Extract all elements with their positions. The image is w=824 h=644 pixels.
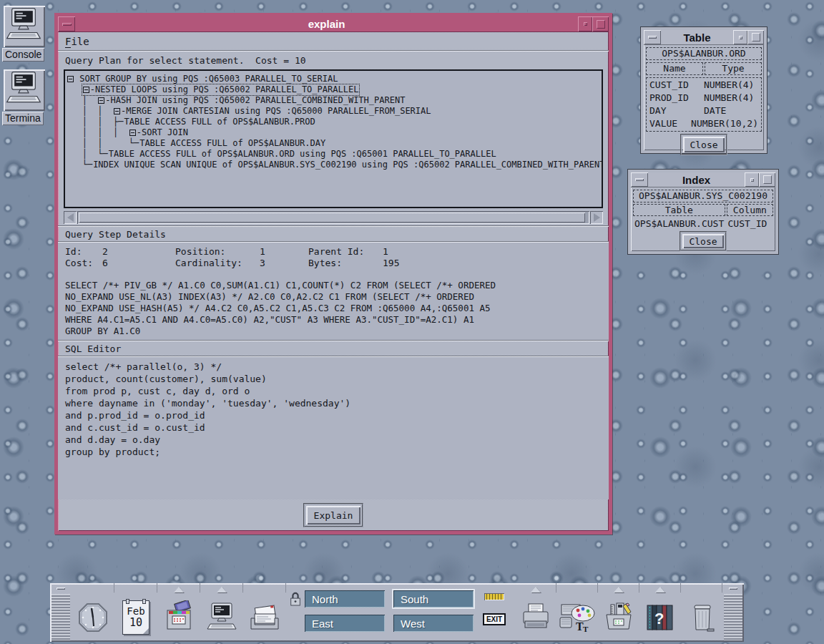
workspace-button-east[interactable]: East <box>305 615 385 632</box>
cost-value: 6 <box>102 258 175 269</box>
panel-handle-button[interactable] <box>723 584 743 592</box>
expand-box-icon[interactable] <box>114 108 120 114</box>
window-menu-button[interactable] <box>58 16 75 31</box>
exit-button[interactable]: EXIT <box>483 613 506 625</box>
step-sql-text: SELECT /*+ PIV_GB */ A1.C0 C0,SUM(A1.C1)… <box>65 280 609 337</box>
expand-box-icon[interactable] <box>129 130 136 136</box>
files-subpanel-arrow[interactable] <box>157 583 200 592</box>
expand-box-icon[interactable] <box>98 97 104 104</box>
lock-area[interactable] <box>286 587 305 642</box>
column-header-type: Type <box>705 62 762 75</box>
menu-bar: File <box>58 32 609 50</box>
tree-row[interactable]: SORT GROUP BY using PQS :Q65003 PARALLEL… <box>67 74 600 84</box>
application-manager-control[interactable] <box>598 600 639 635</box>
tree-branch <box>67 84 82 95</box>
sql-editor-textarea[interactable]: select /*+ parallel(o, 3) */ product, co… <box>58 357 609 499</box>
panel-left-handle[interactable] <box>50 583 72 642</box>
file-manager-control[interactable] <box>157 600 200 635</box>
minimize-icon <box>584 22 587 26</box>
tree-row[interactable]: │ └─TABLE ACCESS FULL of OPS$ALANBUR.ORD… <box>67 149 600 160</box>
arrow-up-icon <box>174 587 184 592</box>
hosts-subpanel-arrow[interactable] <box>200 583 243 592</box>
tree-node-label: -SORT JOIN <box>137 127 188 138</box>
tree-row[interactable]: │ │ └─TABLE ACCESS FULL of OPS$ALANBUR.D… <box>67 138 600 149</box>
index-close-button[interactable]: Close <box>682 234 724 248</box>
terminal-control[interactable] <box>200 601 243 634</box>
printer-subpanel-arrow[interactable] <box>515 583 556 592</box>
tree-row[interactable]: └─INDEX UNIQUE SCAN UNIQUE of OPS$ALANBU… <box>67 160 600 170</box>
maximize-button[interactable] <box>592 16 609 31</box>
selected-tree-node[interactable]: -NESTED LOOPS using PQS :Q65002 PARALLEL… <box>82 84 360 95</box>
menu-file[interactable]: File <box>65 36 89 47</box>
tree-row[interactable]: │ │ -MERGE JOIN CARTESIAN using PQS :Q65… <box>67 106 600 117</box>
desktop-icon-console[interactable] <box>4 6 45 47</box>
scrollbar-track[interactable] <box>77 211 589 224</box>
desktop-icon-terminal-label[interactable]: Termina <box>2 112 44 125</box>
desktop-icon-terminal[interactable] <box>4 69 45 111</box>
table-row[interactable]: VALUENUMBER(10,2) <box>649 117 758 130</box>
panel-minimize-handle[interactable] <box>51 584 71 592</box>
maximize-button[interactable] <box>747 30 764 44</box>
trash-control[interactable] <box>681 601 722 634</box>
scroll-right-icon <box>594 213 600 222</box>
horizontal-scrollbar[interactable] <box>64 211 603 224</box>
minimize-button[interactable] <box>578 16 592 31</box>
panel-right-handle[interactable] <box>722 583 744 642</box>
expand-box-icon[interactable] <box>67 76 74 82</box>
window-menu-icon <box>648 36 657 39</box>
expand-box-icon[interactable] <box>83 87 89 93</box>
table-row[interactable]: PROD_IDNUMBER(4) <box>649 92 758 104</box>
table-row[interactable]: CUST_IDNUMBER(4) <box>649 79 758 92</box>
window-title: explain <box>75 16 578 31</box>
scrollbar-thumb[interactable] <box>79 213 585 223</box>
maximize-icon <box>763 175 772 184</box>
minimize-button[interactable] <box>733 30 747 44</box>
tree-row[interactable]: │ -HASH JOIN using PQS :Q65002 PARALLEL_… <box>67 95 600 106</box>
style-manager-control[interactable]: T T <box>556 600 598 635</box>
tree-node-label: INDEX UNIQUE SCAN UNIQUE of OPS$ALANBUR.… <box>93 160 603 170</box>
tree-node-label: TABLE ACCESS FULL of OPS$ALANBUR.ORD usi… <box>109 149 496 160</box>
terminal-icon <box>4 69 45 108</box>
cardinality-label: Cardinality: <box>175 258 260 269</box>
clock-control[interactable] <box>72 600 114 635</box>
strip-segment <box>114 583 157 592</box>
desktop-icon-console-label[interactable]: Console <box>2 48 44 62</box>
explain-window: explain File Query Plan for select state… <box>54 13 612 535</box>
table-close-button[interactable]: Close <box>683 137 725 152</box>
scroll-left-button[interactable] <box>64 211 77 224</box>
table-titlebar[interactable]: Table <box>644 30 764 45</box>
index-titlebar[interactable]: Index <box>631 172 775 187</box>
workspace-button-south[interactable]: South <box>393 590 474 608</box>
index-row[interactable]: OPS$ALANBUR.CUSTCUST_ID <box>634 218 772 230</box>
workspace-button-west[interactable]: West <box>393 615 474 632</box>
explain-button[interactable]: Explain <box>306 506 360 525</box>
cardinality-value: 3 <box>260 258 308 269</box>
tree-row[interactable]: │ │ │ -SORT JOIN <box>67 127 600 138</box>
tree-node-label: SORT GROUP BY using PQS :Q65003 PARALLEL… <box>74 74 338 84</box>
tree-row[interactable]: -NESTED LOOPS using PQS :Q65002 PARALLEL… <box>67 84 600 95</box>
panel-grip[interactable] <box>52 594 70 640</box>
printer-control[interactable] <box>515 601 556 634</box>
index-object-name: OPS$ALANBUR.SYS_C002190 <box>633 190 773 203</box>
minimize-button[interactable] <box>745 172 759 187</box>
table-row[interactable]: DAYDATE <box>649 104 758 117</box>
handle-dash-icon <box>57 587 65 590</box>
panel-grip[interactable] <box>724 594 742 640</box>
tree-node-label: -HASH JOIN using PQS :Q65002 PARALLEL_CO… <box>105 95 405 106</box>
tree-row[interactable]: │ │ ├─TABLE ACCESS FULL of OPS$ALANBUR.P… <box>67 117 600 127</box>
scroll-left-icon <box>67 213 74 222</box>
step-stats: Id: 2 Position: 1 Parent Id: 1 Cost: 6 C… <box>65 246 609 269</box>
query-plan-tree[interactable]: SORT GROUP BY using PQS :Q65003 PARALLEL… <box>64 69 603 208</box>
workspace-switcher: North South East West <box>305 590 474 642</box>
mail-control[interactable] <box>243 601 286 634</box>
help-subpanel-arrow[interactable] <box>639 583 681 592</box>
window-menu-button[interactable] <box>631 172 648 187</box>
calendar-control[interactable]: Feb 10 <box>114 600 157 635</box>
scroll-right-button[interactable] <box>590 211 603 224</box>
applications-subpanel-arrow[interactable] <box>598 583 639 592</box>
workspace-button-north[interactable]: North <box>305 590 385 608</box>
window-menu-button[interactable] <box>644 30 661 44</box>
help-viewer-control[interactable]: ? <box>639 601 681 634</box>
explain-titlebar[interactable]: explain <box>58 16 609 32</box>
maximize-button[interactable] <box>759 172 775 187</box>
